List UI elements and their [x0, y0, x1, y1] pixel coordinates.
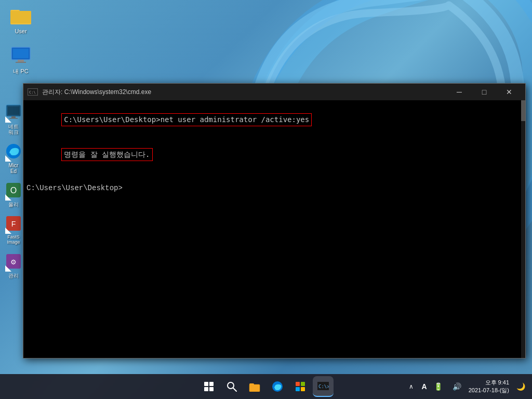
cmd-title-text: 관리자: C:\Windows\system32\cmd.exe: [42, 88, 443, 97]
svg-rect-27: [296, 387, 300, 391]
battery-button[interactable]: 🔋: [431, 376, 446, 397]
cmd-scrollbar-thumb: [521, 100, 525, 121]
side-icons-container: 네트워크 MicrEd O 올리: [3, 104, 24, 278]
svg-rect-2: [10, 11, 31, 23]
start-button[interactable]: [198, 376, 219, 397]
cmd-result-highlighted: 명령을 잘 실행했습니다.: [61, 148, 152, 161]
svg-text:F: F: [11, 220, 16, 228]
volume-button[interactable]: 🔊: [450, 376, 464, 397]
cmd-scrollbar[interactable]: [521, 100, 525, 358]
cmd-maximize-button[interactable]: □: [472, 84, 496, 100]
taskbar-clock[interactable]: 오후 9:41 2021-07-18-(일): [469, 379, 509, 395]
clock-date: 2021-07-18-(일): [469, 387, 509, 394]
side-icon-faststone-label: FastSImage: [7, 235, 20, 245]
cmd-command-highlighted: C:\Users\User\Desktop>net user administr…: [61, 113, 312, 126]
svg-rect-26: [301, 382, 305, 386]
systray-chevron-button[interactable]: ∧: [405, 380, 418, 393]
notification-icon: 🌙: [516, 382, 525, 391]
svg-rect-6: [16, 62, 26, 63]
chevron-icon: ∧: [409, 383, 414, 390]
file-explorer-icon: [249, 381, 260, 392]
store-button[interactable]: [290, 376, 311, 397]
search-button[interactable]: [221, 376, 242, 397]
desktop-icon-mypc[interactable]: 내 PC: [5, 45, 36, 75]
side-icon-msedge[interactable]: MicrEd: [3, 143, 24, 174]
cmd-titlebar: C:\ 관리자: C:\Windows\system32\cmd.exe ─ □…: [23, 84, 525, 100]
side-icon-network-label: 네트워크: [8, 124, 19, 135]
cmd-body[interactable]: C:\Users\User\Desktop>net user administr…: [23, 100, 525, 358]
svg-text:C:\>: C:\>: [318, 384, 329, 389]
mypc-label: 내 PC: [13, 68, 28, 75]
svg-text:C:\: C:\: [29, 90, 36, 95]
svg-text:O: O: [10, 186, 17, 195]
svg-text:⚙: ⚙: [10, 258, 17, 266]
svg-rect-23: [249, 383, 254, 385]
edge-button[interactable]: [267, 376, 288, 397]
user-folder-label: User: [15, 28, 26, 35]
svg-rect-28: [301, 387, 305, 391]
cmd-window[interactable]: C:\ 관리자: C:\Windows\system32\cmd.exe ─ □…: [23, 83, 526, 358]
user-folder-icon: [10, 5, 31, 26]
cmd-taskbar-button[interactable]: C:\>: [313, 376, 334, 397]
clock-time: 오후 9:41: [469, 379, 509, 387]
desktop-icon-user[interactable]: User: [5, 5, 36, 35]
mypc-icon: [10, 45, 31, 66]
svg-rect-22: [249, 384, 260, 392]
notification-button[interactable]: 🌙: [513, 376, 528, 397]
svg-rect-10: [9, 118, 18, 119]
search-icon: [227, 381, 237, 392]
battery-icon: 🔋: [434, 382, 443, 391]
svg-rect-25: [296, 382, 300, 386]
edge-icon: [272, 381, 283, 392]
cmd-line-2: 명령을 잘 실행했습니다.: [26, 137, 522, 172]
side-icon-admin-label: 관리: [8, 273, 19, 278]
side-icon-misc-label: 올리: [8, 202, 19, 207]
svg-rect-5: [18, 60, 24, 62]
side-icon-faststone[interactable]: F FastSImage: [3, 215, 24, 245]
svg-rect-4: [13, 49, 29, 58]
volume-icon: 🔊: [453, 382, 461, 391]
desktop: User 내 PC: [0, 0, 532, 399]
svg-line-21: [233, 388, 236, 391]
taskbar: C:\> ∧ A 🔋 🔊 오후 9:41 2021-07-18-(일) 🌙: [0, 374, 532, 399]
side-icon-misc[interactable]: O 올리: [3, 182, 24, 207]
desktop-icons-container: User 내 PC: [5, 5, 36, 75]
cmd-line-1: C:\Users\User\Desktop>net user administr…: [26, 102, 522, 137]
svg-rect-8: [8, 107, 19, 115]
cmd-line-4: C:\Users\User\Desktop>: [26, 183, 522, 194]
font-label: A: [422, 382, 427, 391]
side-icon-network[interactable]: 네트워크: [3, 104, 24, 135]
store-icon: [295, 381, 306, 392]
cmd-titlebar-icon: C:\: [28, 88, 38, 96]
cmd-line-blank: [26, 172, 522, 183]
cmd-close-button[interactable]: ✕: [497, 84, 521, 100]
file-explorer-button[interactable]: [244, 376, 265, 397]
cmd-taskbar-icon: C:\>: [317, 382, 329, 390]
taskbar-systray: ∧ A 🔋 🔊 오후 9:41 2021-07-18-(일) 🌙: [405, 376, 528, 397]
cmd-controls: ─ □ ✕: [447, 84, 521, 100]
side-icon-admin[interactable]: ⚙ 관리: [3, 253, 24, 278]
side-icon-msedge-label: MicrEd: [9, 163, 19, 174]
cmd-minimize-button[interactable]: ─: [447, 84, 471, 100]
taskbar-center: C:\>: [198, 376, 334, 397]
svg-point-20: [228, 382, 234, 389]
windows-logo-icon: [204, 382, 214, 391]
svg-rect-9: [11, 116, 16, 118]
